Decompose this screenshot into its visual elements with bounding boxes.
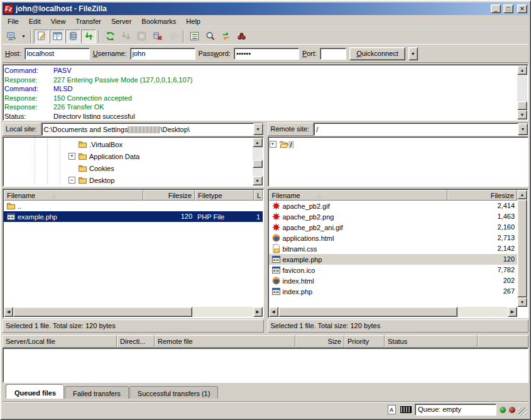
filter-icon	[189, 31, 200, 41]
column-header-status[interactable]: Status	[385, 335, 478, 348]
scrollbar-thumb[interactable]	[13, 307, 192, 317]
column-header-directi-[interactable]: Directi...	[117, 335, 155, 348]
local-status-text: Selected 1 file. Total size: 120 bytes	[3, 319, 264, 333]
message-log-vertical-scrollbar[interactable]: ▲ ▼	[517, 65, 527, 119]
scroll-up-icon[interactable]: ▲	[517, 65, 527, 75]
scroll-up-icon[interactable]: ▲	[253, 138, 263, 147]
tab-successful-transfers-1-[interactable]: Successful transfers (1)	[129, 386, 219, 399]
browser-panes: Local site: C:\Documents and Settings\De…	[3, 123, 528, 333]
scroll-down-icon[interactable]: ▼	[517, 110, 527, 119]
file-row[interactable]: example.php120	[269, 254, 518, 265]
column-header-filename[interactable]: Filename△	[4, 190, 143, 201]
column-header-size[interactable]: Size	[295, 335, 344, 348]
queue-list[interactable]	[3, 348, 528, 383]
toggle-queue-button[interactable]	[81, 30, 96, 43]
host-input[interactable]	[25, 48, 90, 60]
toggle-message-log-button[interactable]	[34, 30, 49, 43]
scrollbar-thumb[interactable]	[517, 199, 527, 297]
column-header-remote-file[interactable]: Remote file	[155, 335, 295, 348]
synchronized-browsing-button[interactable]	[218, 30, 233, 43]
quickconnect-button[interactable]: Quickconnect	[349, 47, 405, 60]
scroll-down-icon[interactable]: ▼	[253, 176, 263, 185]
column-header-filesize[interactable]: Filesize	[143, 190, 195, 201]
column-header-filesize[interactable]: Filesize	[447, 190, 518, 201]
filter-button[interactable]	[187, 30, 202, 43]
menu-transfer[interactable]: Transfer	[70, 16, 106, 26]
file-row[interactable]: favicon.ico7,782	[269, 265, 518, 275]
column-header-filetype[interactable]: Filetype	[195, 190, 254, 201]
column-header-blank[interactable]	[478, 335, 528, 348]
column-header-l[interactable]: L	[254, 190, 263, 201]
toggle-local-tree-button[interactable]	[50, 30, 65, 43]
tree-item[interactable]: Cookies	[4, 162, 252, 174]
scroll-up-icon[interactable]: ▲	[517, 190, 527, 199]
file-row[interactable]: index.php267	[269, 286, 518, 297]
file-row[interactable]: bitnami.css2,142	[269, 243, 518, 254]
process-queue-button[interactable]	[118, 30, 133, 43]
site-manager-dropdown-icon[interactable]: ▼	[19, 30, 28, 43]
column-header-priority[interactable]: Priority	[344, 335, 385, 348]
remote-list-horizontal-scrollbar[interactable]: ◀ ▶	[269, 307, 518, 317]
remote-site-combobox[interactable]: / ▼	[314, 123, 528, 136]
scrollbar-thumb[interactable]	[253, 160, 263, 168]
site-manager-button[interactable]	[4, 30, 19, 43]
expand-icon[interactable]: +	[68, 153, 75, 160]
scroll-right-icon[interactable]: ▶	[508, 307, 517, 317]
scrollbar-thumb[interactable]	[517, 101, 527, 110]
password-input[interactable]	[234, 48, 299, 60]
quickconnect-dropdown[interactable]: ▼	[408, 47, 418, 60]
tree-item[interactable]: +/	[270, 138, 527, 150]
tree-spacer	[68, 165, 75, 172]
menu-help[interactable]: Help	[181, 16, 205, 26]
local-site-combobox[interactable]: C:\Documents and Settings\Desktop\ ▼	[41, 123, 264, 136]
column-header-server-local-file[interactable]: Server/Local file	[3, 335, 117, 348]
directory-comparison-button[interactable]	[202, 30, 217, 43]
tab-queued-files[interactable]: Queued files	[6, 385, 64, 399]
file-row[interactable]: apache_pb2.gif2,414	[269, 201, 518, 211]
scroll-left-icon[interactable]: ◀	[4, 307, 13, 317]
expand-icon[interactable]: +	[270, 141, 276, 148]
local-tree-vertical-scrollbar[interactable]: ▲ ▼	[253, 138, 263, 185]
search-icon	[236, 31, 247, 41]
port-input[interactable]	[320, 48, 346, 60]
scroll-right-icon[interactable]: ▶	[253, 307, 263, 317]
scroll-down-icon[interactable]: ▼	[517, 297, 527, 307]
cancel-button[interactable]	[134, 30, 149, 43]
window-title: john@localhost - FileZilla	[16, 4, 488, 13]
file-row[interactable]: example.php120PHP File1	[4, 211, 263, 222]
file-row[interactable]: apache_pb2.png1,463	[269, 211, 518, 222]
close-button[interactable]: ✕	[517, 4, 527, 13]
menu-view[interactable]: View	[46, 16, 71, 26]
reconnect-button[interactable]	[165, 30, 180, 43]
tab-failed-transfers[interactable]: Failed transfers	[65, 386, 129, 399]
menu-bookmarks[interactable]: Bookmarks	[136, 16, 181, 26]
local-list-horizontal-scrollbar[interactable]: ◀ ▶	[4, 307, 263, 317]
file-row[interactable]: ..	[4, 201, 263, 211]
collapse-icon[interactable]: −	[68, 177, 75, 184]
minimize-button[interactable]: _	[491, 4, 501, 13]
search-button[interactable]	[234, 30, 249, 43]
tree-item[interactable]: .VirtualBox	[4, 138, 252, 150]
tree-item[interactable]: +Application Data	[4, 150, 252, 162]
scroll-left-icon[interactable]: ◀	[269, 307, 278, 317]
file-row[interactable]: applications.html2,713	[269, 233, 518, 243]
resize-grip[interactable]	[518, 407, 527, 416]
menu-edit[interactable]: Edit	[24, 16, 46, 26]
tree-item[interactable]: −Desktop	[4, 174, 252, 185]
maximize-button[interactable]: □	[503, 4, 513, 13]
scrollbar-thumb[interactable]	[278, 307, 457, 317]
file-name: index.php	[269, 287, 447, 296]
toggle-remote-tree-button[interactable]	[65, 30, 80, 43]
refresh-button[interactable]	[102, 30, 118, 43]
file-row[interactable]: apache_pb2_ani.gif2,160	[269, 222, 518, 233]
local-site-dropdown-icon[interactable]: ▼	[253, 123, 263, 135]
menu-bar: FileEditViewTransferServerBookmarksHelp	[3, 15, 528, 28]
menu-file[interactable]: File	[3, 16, 24, 26]
disconnect-button[interactable]	[150, 30, 165, 43]
username-input[interactable]	[130, 48, 195, 60]
menu-server[interactable]: Server	[106, 16, 136, 26]
remote-site-dropdown-icon[interactable]: ▼	[518, 123, 528, 135]
file-row[interactable]: index.html202	[269, 275, 518, 286]
remote-list-vertical-scrollbar[interactable]: ▲ ▼	[517, 190, 527, 307]
column-header-filename[interactable]: Filename△	[269, 190, 447, 201]
